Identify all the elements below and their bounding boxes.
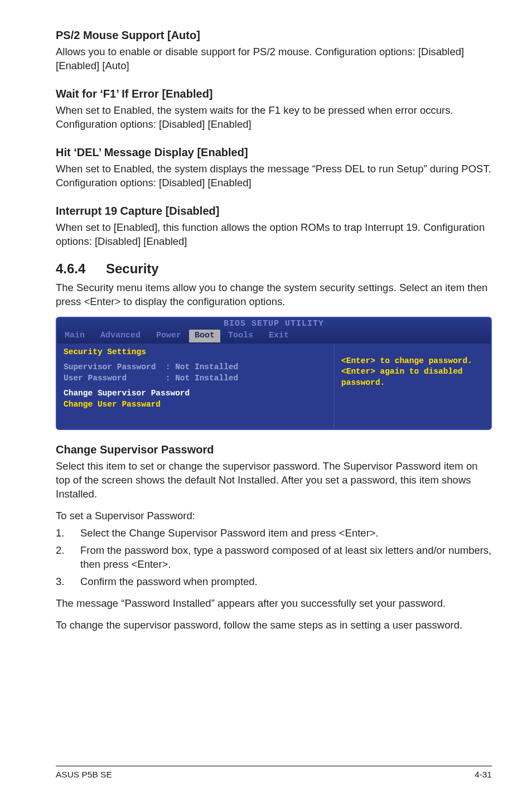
heading-security: 4.6.4Security (56, 260, 492, 278)
heading-ps2: PS/2 Mouse Support [Auto] (56, 28, 492, 43)
heading-int19: Interrupt 19 Capture [Disabled] (56, 204, 492, 219)
bios-supervisor-value: : Not Installed (166, 363, 239, 371)
body-changepw-1: Select this item to set or change the su… (56, 460, 492, 501)
step-text: Select the Change Supervisor Password it… (80, 526, 379, 540)
body-security: The Security menu items allow you to cha… (56, 281, 492, 309)
body-changepw-3: The message “Password Installed” appears… (56, 597, 492, 611)
step-number: 3. (56, 575, 80, 589)
bios-tab-exit[interactable]: Exit (261, 330, 297, 342)
bios-body: Security Settings Supervisor Password : … (56, 344, 492, 431)
body-f1: When set to Enabled, the system waits fo… (56, 104, 492, 132)
section-title: Security (106, 261, 159, 276)
bios-tab-main[interactable]: Main (57, 330, 93, 342)
step-item: 1. Select the Change Supervisor Password… (56, 526, 492, 540)
bios-supervisor-label: Supervisor Password (64, 363, 156, 371)
bios-supervisor-row: Supervisor Password : Not Installed (64, 362, 328, 373)
bios-user-value: : Not Installed (166, 374, 239, 383)
bios-change-supervisor[interactable]: Change Supervisor Password (64, 388, 328, 399)
step-text: From the password box, type a password c… (80, 544, 492, 572)
bios-user-row: User Password : Not Installed (64, 373, 328, 384)
footer-right: 4-31 (475, 769, 492, 781)
step-number: 2. (56, 544, 80, 572)
step-number: 1. (56, 526, 80, 540)
body-ps2: Allows you to enable or disable support … (56, 45, 492, 73)
steps-list: 1. Select the Change Supervisor Password… (56, 526, 492, 589)
bios-help-text: <Enter> to change password. <Enter> agai… (341, 356, 485, 389)
bios-tab-advanced[interactable]: Advanced (93, 330, 148, 342)
bios-tab-boot[interactable]: Boot (189, 330, 220, 342)
bios-title: BIOS SETUP UTILITY (57, 318, 491, 330)
body-int19: When set to [Enabled], this function all… (56, 221, 492, 249)
step-item: 2. From the password box, type a passwor… (56, 544, 492, 572)
page-footer: ASUS P5B SE 4-31 (56, 766, 492, 781)
bios-change-user[interactable]: Change User Passward (64, 399, 328, 410)
body-del: When set to Enabled, the system displays… (56, 162, 492, 190)
bios-titlebar: BIOS SETUP UTILITY Main Advanced Power B… (56, 317, 492, 344)
body-changepw-4: To change the supervisor password, follo… (56, 619, 492, 632)
step-item: 3. Confirm the password when prompted. (56, 575, 492, 589)
bios-right-pane: <Enter> to change password. <Enter> agai… (335, 344, 491, 429)
bios-security-heading: Security Settings (64, 347, 328, 358)
section-number: 4.6.4 (56, 260, 106, 278)
heading-change-supervisor-password: Change Supervisor Password (56, 442, 492, 457)
bios-tabs: Main Advanced Power Boot Tools Exit (57, 330, 491, 343)
step-text: Confirm the password when prompted. (80, 575, 258, 589)
footer-left: ASUS P5B SE (56, 769, 112, 781)
bios-screenshot: BIOS SETUP UTILITY Main Advanced Power B… (56, 317, 492, 430)
body-changepw-2: To set a Supervisor Password: (56, 509, 492, 523)
bios-tab-power[interactable]: Power (148, 330, 189, 342)
heading-del: Hit ‘DEL’ Message Display [Enabled] (56, 145, 492, 160)
bios-tab-tools[interactable]: Tools (220, 330, 261, 342)
bios-left-pane: Security Settings Supervisor Password : … (57, 344, 335, 429)
heading-f1: Wait for ‘F1’ If Error [Enabled] (56, 86, 492, 102)
bios-user-label: User Password (64, 374, 127, 383)
